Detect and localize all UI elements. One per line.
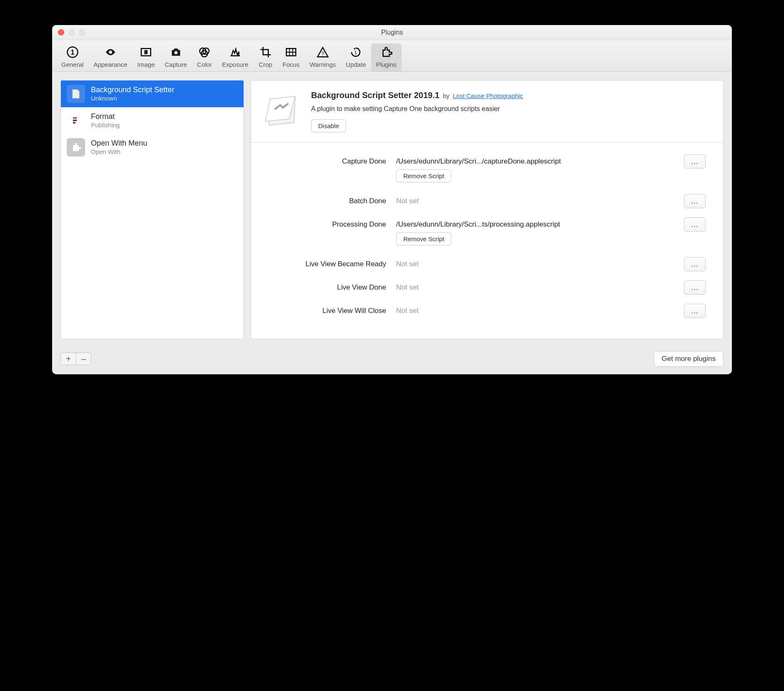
- plugin-author-link[interactable]: Lost Cause Photographic: [453, 92, 523, 99]
- tab-capture[interactable]: Capture: [160, 43, 192, 71]
- tab-label: Plugins: [376, 61, 397, 68]
- setting-row-live-view-close: Live View Will Close Not set ...: [265, 304, 709, 318]
- tab-general[interactable]: 1 General: [56, 43, 88, 71]
- setting-value: Not set: [396, 283, 674, 292]
- tab-label: General: [61, 61, 83, 68]
- color-icon: [197, 46, 211, 58]
- svg-text:1: 1: [354, 50, 357, 55]
- remove-plugin-button[interactable]: –: [76, 353, 91, 365]
- setting-row-processing-done: Processing Done /Users/edunn/Library/Scr…: [265, 217, 709, 232]
- setting-row-capture-done: Capture Done /Users/edunn/Library/Scri..…: [265, 154, 709, 169]
- tab-label: Warnings: [309, 61, 336, 68]
- tab-color[interactable]: Color: [192, 43, 217, 71]
- browse-button[interactable]: ...: [684, 154, 706, 169]
- script-icon: [67, 85, 85, 103]
- tab-crop[interactable]: Crop: [254, 43, 278, 71]
- update-icon: 1: [349, 46, 363, 58]
- setting-row-live-view-ready: Live View Became Ready Not set ...: [265, 257, 709, 271]
- plugin-item-subtitle: Unknown: [91, 95, 174, 103]
- svg-text:1: 1: [70, 48, 74, 56]
- plugin-item-subtitle: Open With: [91, 148, 147, 156]
- svg-rect-12: [73, 120, 77, 121]
- svg-rect-3: [144, 50, 148, 54]
- content-area: Background Script Setter Unknown Format …: [52, 72, 732, 348]
- eye-icon: [103, 46, 118, 58]
- format-icon: [67, 111, 85, 130]
- remove-script-button[interactable]: Remove Script: [396, 232, 451, 245]
- remove-row-capture-done: Remove Script: [265, 169, 709, 182]
- puzzle-icon: [67, 138, 85, 156]
- setting-label: Batch Done: [265, 197, 386, 205]
- tab-label: Crop: [259, 61, 272, 68]
- preferences-window: Plugins 1 General Appearance Image Captu…: [52, 25, 732, 374]
- preferences-toolbar: 1 General Appearance Image Capture Color…: [52, 40, 732, 72]
- close-icon[interactable]: [58, 29, 64, 35]
- crop-icon: [259, 46, 273, 58]
- tab-label: Appearance: [93, 61, 127, 68]
- setting-label: Capture Done: [265, 157, 386, 166]
- tab-appearance[interactable]: Appearance: [88, 43, 132, 71]
- tab-image[interactable]: Image: [132, 43, 160, 71]
- plugin-item-subtitle: Publishing: [91, 121, 120, 129]
- window-title: Plugins: [381, 29, 403, 36]
- plugin-large-icon: [262, 91, 304, 132]
- tab-update[interactable]: 1 Update: [341, 43, 371, 71]
- plugin-list-item-background-script-setter[interactable]: Background Script Setter Unknown: [61, 81, 244, 107]
- svg-point-4: [174, 51, 178, 55]
- minimize-icon[interactable]: [68, 29, 75, 35]
- tab-plugins[interactable]: Plugins: [371, 43, 402, 71]
- setting-label: Live View Will Close: [265, 307, 386, 315]
- tab-label: Capture: [165, 61, 187, 68]
- setting-value: /Users/edunn/Library/Scri...ts/processin…: [396, 220, 674, 229]
- remove-script-button[interactable]: Remove Script: [396, 169, 451, 182]
- setting-value: /Users/edunn/Library/Scri.../captureDone…: [396, 157, 674, 166]
- svg-rect-11: [73, 117, 77, 119]
- footer: + – Get more plugins: [52, 348, 732, 374]
- tab-label: Focus: [283, 61, 300, 68]
- image-icon: [139, 46, 153, 58]
- plugin-list-item-format[interactable]: Format Publishing: [61, 107, 244, 134]
- tab-exposure[interactable]: Exposure: [217, 43, 253, 71]
- plugin-title: Background Script Setter 2019.1: [311, 91, 440, 100]
- remove-row-processing-done: Remove Script: [265, 232, 709, 245]
- setting-label: Processing Done: [265, 220, 386, 229]
- setting-value: Not set: [396, 307, 674, 315]
- browse-button[interactable]: ...: [684, 194, 706, 208]
- setting-label: Live View Done: [265, 283, 386, 292]
- histogram-icon: [228, 46, 242, 58]
- disable-button[interactable]: Disable: [311, 119, 346, 132]
- titlebar: Plugins: [52, 25, 732, 40]
- get-more-plugins-button[interactable]: Get more plugins: [654, 351, 724, 367]
- plugins-list: Background Script Setter Unknown Format …: [60, 80, 244, 339]
- plugin-header: Background Script Setter 2019.1 by Lost …: [251, 81, 723, 143]
- plugin-list-item-open-with[interactable]: Open With Menu Open With: [61, 134, 244, 161]
- plugin-settings: Capture Done /Users/edunn/Library/Scri..…: [251, 143, 723, 339]
- traffic-lights: [58, 29, 85, 35]
- setting-label: Live View Became Ready: [265, 260, 386, 268]
- setting-row-live-view-done: Live View Done Not set ...: [265, 280, 709, 295]
- plugin-item-title: Open With Menu: [91, 139, 147, 148]
- setting-row-batch-done: Batch Done Not set ...: [265, 194, 709, 208]
- tab-label: Update: [346, 61, 366, 68]
- general-icon: 1: [65, 46, 80, 58]
- plugin-description: A plugin to make setting Capture One bac…: [311, 105, 712, 113]
- add-plugin-button[interactable]: +: [61, 353, 76, 365]
- browse-button[interactable]: ...: [684, 280, 706, 295]
- zoom-icon[interactable]: [79, 29, 85, 35]
- svg-rect-13: [73, 122, 75, 124]
- warning-icon: ?: [316, 46, 330, 58]
- browse-button[interactable]: ...: [684, 257, 706, 271]
- setting-value: Not set: [396, 197, 674, 205]
- plugin-item-title: Background Script Setter: [91, 85, 174, 95]
- plugin-detail: Background Script Setter 2019.1 by Lost …: [251, 80, 724, 339]
- tab-focus[interactable]: Focus: [278, 43, 305, 71]
- tab-label: Exposure: [222, 61, 248, 68]
- plugin-item-title: Format: [91, 112, 120, 121]
- browse-button[interactable]: ...: [684, 217, 706, 232]
- tab-label: Image: [137, 61, 155, 68]
- browse-button[interactable]: ...: [684, 304, 706, 318]
- tab-warnings[interactable]: ? Warnings: [304, 43, 341, 71]
- add-remove-group: + –: [60, 353, 91, 365]
- svg-text:?: ?: [321, 51, 324, 57]
- plugin-icon: [379, 46, 393, 58]
